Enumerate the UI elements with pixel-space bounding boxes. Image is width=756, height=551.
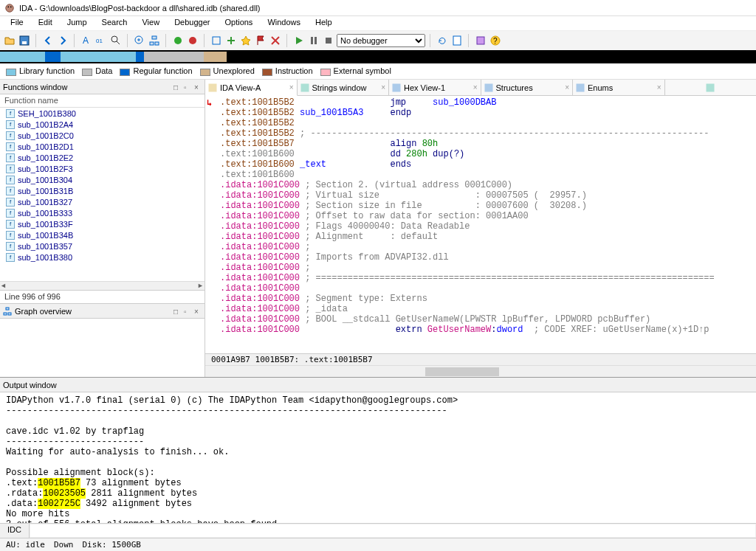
graph-icon[interactable] [148,34,161,47]
function-list-item[interactable]: fsub_1001B2C0 [0,130,205,141]
star-icon[interactable] [239,34,252,47]
disasm-line[interactable]: .text:1001B5B2 ; -----------------------… [220,128,756,139]
status-disk: Disk: 1500GB [82,540,140,550]
panel-minimize-icon[interactable]: □ [173,83,181,91]
tab-structures[interactable]: Structures× [481,80,574,95]
add-icon[interactable] [224,34,238,47]
disasm-line[interactable]: .idata:1001C000 ; Offset to raw data for… [220,211,756,221]
function-list-item[interactable]: fsub_1001B327 [0,196,205,207]
zoom-icon[interactable] [133,34,146,47]
disasm-line[interactable]: .idata:1001C000 ; Section size in file :… [220,201,756,211]
flag-icon[interactable] [254,34,267,47]
functions-column-header[interactable]: Function name [0,94,205,108]
function-list-item[interactable]: fsub_1001B2A4 [0,119,205,130]
graph-overview-body[interactable] [0,319,205,377]
panel-minimize-icon[interactable]: □ [173,308,181,315]
disasm-line[interactable]: .text:1001B5B2 [220,118,756,128]
disasm-line[interactable]: .idata:1001C000 ; Virtual size : 0000750… [220,190,756,201]
disassembly-view[interactable]: ↳ .text:1001B5B2 jmp sub_1000DBAB.text:1… [205,96,756,353]
tab-close-icon[interactable]: × [381,83,385,91]
tab-close-icon[interactable]: × [473,83,478,91]
tab-overflow[interactable] [665,80,757,95]
menu-view[interactable]: View [134,16,167,30]
tab-strings-window[interactable]: Strings window× [298,80,390,95]
tab-close-icon[interactable]: × [565,83,569,91]
panel-float-icon[interactable]: ▫ [184,83,191,91]
disasm-line[interactable]: .text:1001B5B2 sub_1001B5A3 endp [220,108,756,118]
tab-ida-view-a[interactable]: IDA View-A× [205,80,298,96]
function-list-item[interactable]: fSEH_1001B380 [0,108,205,119]
disasm-line[interactable]: .idata:1001C000 ; Section 2. (virtual ad… [220,180,756,190]
panel-close-icon[interactable]: × [194,308,202,315]
function-list-item[interactable]: fsub_1001B34B [0,229,205,240]
function-list-item[interactable]: fsub_1001B357 [0,240,205,252]
function-list-item[interactable]: fsub_1001B2E2 [0,152,205,163]
panel-float-icon[interactable]: ▫ [184,308,191,315]
hscrollbar[interactable]: ◄ ► [0,281,205,290]
search-icon[interactable] [109,34,123,47]
idc-tab[interactable]: IDC [0,524,30,538]
tab-close-icon[interactable]: × [657,83,662,91]
menu-search[interactable]: Search [94,16,135,30]
disasm-line[interactable]: .text:1001B600 dd 280h dup(?) [220,149,756,159]
functions-panel-body: Function name fSEH_1001B380fsub_1001B2A4… [0,94,205,303]
function-list-item[interactable]: fsub_1001B2F3 [0,163,205,174]
function-list-item[interactable]: fsub_1001B380 [0,252,205,263]
menu-options[interactable]: Options [217,16,260,30]
disasm-line[interactable]: .text:1001B600 _text ends [220,159,756,170]
disasm-line[interactable]: .idata:1001C000 ; Imports from ADVAPI32.… [220,252,756,263]
hscrollbar[interactable] [205,365,756,377]
output-cmdline-input[interactable] [30,524,755,537]
navigation-band[interactable] [0,50,756,63]
save-icon[interactable] [18,34,31,47]
debug-stop-icon[interactable] [322,34,335,47]
disasm-line[interactable]: .idata:1001C000 ; [220,263,756,273]
plugin-icon[interactable] [474,34,487,47]
disasm-line[interactable]: .idata:1001C000 ; Flags 40000040: Data R… [220,221,756,232]
debug-run-icon[interactable] [292,34,306,47]
disasm-line[interactable]: .idata:1001C000 ; Alignment : default [220,232,756,242]
disasm-line[interactable]: .idata:1001C000 ; [220,242,756,252]
debugger-select[interactable]: No debugger [337,34,425,47]
legend-label: Instruction [275,66,313,75]
function-list-item[interactable]: fsub_1001B2D1 [0,141,205,152]
menu-help[interactable]: Help [308,16,340,30]
disasm-line[interactable]: .idata:1001C000 ; BOOL __stdcall GetUser… [220,314,756,325]
output-body[interactable]: IDAPython v1.7.0 final (serial 0) (c) Th… [0,392,756,523]
disasm-line[interactable]: .text:1001B5B2 jmp sub_1000DBAB [220,97,756,108]
menu-edit[interactable]: Edit [31,16,60,30]
menu-jump[interactable]: Jump [60,16,94,30]
help-icon[interactable]: ? [489,34,502,47]
disasm-line[interactable]: .idata:1001C000 ; _idata [220,304,756,314]
script-icon[interactable] [450,34,464,47]
disasm-line[interactable]: .idata:1001C000 ; Segment type: Externs [220,294,756,304]
disasm-line[interactable]: .idata:1001C000 ; ======================… [220,273,756,283]
delete-icon[interactable] [269,34,282,47]
panel-close-icon[interactable]: × [194,83,202,91]
stop-icon[interactable] [186,34,199,47]
menu-file[interactable]: File [3,16,31,30]
function-list-item[interactable]: fsub_1001B304 [0,174,205,185]
debug-pause-icon[interactable] [307,34,320,47]
text-icon[interactable]: A [80,34,93,47]
tab-close-icon[interactable]: × [289,83,294,91]
binary-icon[interactable]: 01 [94,34,108,47]
function-list-item[interactable]: fsub_1001B33F [0,218,205,229]
open-icon[interactable] [3,34,16,47]
back-icon[interactable] [41,34,55,47]
functions-list[interactable]: fSEH_1001B380fsub_1001B2A4fsub_1001B2C0f… [0,108,205,281]
step-icon[interactable] [210,34,223,47]
tab-enums[interactable]: Enums× [573,80,665,95]
menu-debugger[interactable]: Debugger [167,16,217,30]
disasm-line[interactable]: .idata:1001C000 [220,283,756,294]
disasm-line[interactable]: .idata:1001C000 extrn GetUserNameW:dword… [220,325,756,335]
refresh-icon[interactable] [436,34,449,47]
forward-icon[interactable] [56,34,69,47]
disasm-line[interactable]: .text:1001B600 [220,170,756,180]
function-list-item[interactable]: fsub_1001B31B [0,185,205,196]
tab-hex-view-1[interactable]: Hex View-1× [389,80,481,95]
menu-windows[interactable]: Windows [260,16,308,30]
function-list-item[interactable]: fsub_1001B333 [0,207,205,218]
run-icon[interactable] [171,34,185,47]
disasm-line[interactable]: .text:1001B5B7 align 80h [220,139,756,149]
